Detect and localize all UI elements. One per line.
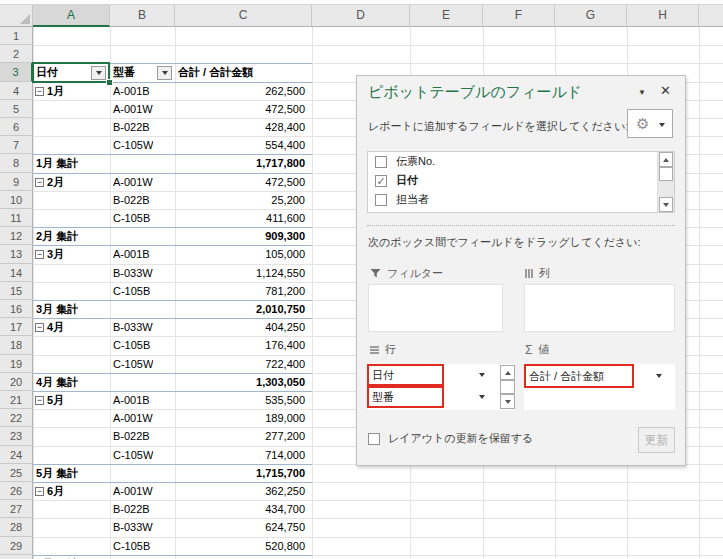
scrollbar-thumb[interactable]: [500, 380, 515, 394]
column-header-G[interactable]: G: [555, 5, 627, 27]
pivot-month-label[interactable]: −1月: [35, 82, 64, 100]
pivot-value-cell[interactable]: 105,000: [175, 245, 309, 263]
collapse-icon[interactable]: −: [35, 250, 44, 259]
field-checkbox[interactable]: ✓: [375, 175, 387, 187]
scroll-up-button[interactable]: [659, 152, 673, 167]
pivot-value-cell[interactable]: 1,715,700: [175, 464, 309, 482]
pivot-model-cell[interactable]: B-033W: [113, 518, 153, 536]
row-header-14[interactable]: 14: [0, 264, 33, 282]
scrollbar-thumb[interactable]: [659, 167, 673, 181]
pivot-value-cell[interactable]: 909,300: [175, 227, 309, 245]
pivot-model-cell[interactable]: B-022B: [113, 427, 150, 445]
pivot-model-cell[interactable]: A-001B: [113, 82, 150, 100]
row-header-5[interactable]: 5: [0, 100, 33, 118]
panel-options-icon[interactable]: ▼: [638, 88, 646, 97]
pivot-value-cell[interactable]: 362,250: [175, 482, 309, 500]
row-header-27[interactable]: 27: [0, 500, 33, 518]
row-header-2[interactable]: 2: [0, 45, 33, 63]
row-header-28[interactable]: 28: [0, 518, 33, 536]
pivot-model-cell[interactable]: B-022B: [113, 118, 150, 136]
field-checkbox[interactable]: [375, 194, 387, 206]
pivot-value-cell[interactable]: 25,200: [175, 191, 309, 209]
pivot-value-cell[interactable]: 624,750: [175, 518, 309, 536]
pivot-model-cell[interactable]: A-001W: [113, 409, 153, 427]
row-header-17[interactable]: 17: [0, 318, 33, 336]
pivot-value-cell[interactable]: 1,942,500: [175, 555, 309, 559]
area-field-日付[interactable]: 日付: [367, 364, 499, 386]
columns-drop-zone[interactable]: [524, 284, 675, 332]
pivot-model-cell[interactable]: B-033W: [113, 264, 153, 282]
pivot-model-cell[interactable]: C-105B: [113, 537, 150, 555]
pivot-value-cell[interactable]: 262,500: [175, 82, 309, 100]
pivot-model-cell[interactable]: B-033W: [113, 318, 153, 336]
row-header-21[interactable]: 21: [0, 391, 33, 409]
row-header-15[interactable]: 15: [0, 282, 33, 300]
pivot-model-cell[interactable]: C-105B: [113, 282, 150, 300]
collapse-icon[interactable]: −: [35, 87, 44, 96]
pivot-model-cell[interactable]: A-001W: [113, 173, 153, 191]
pivot-model-cell[interactable]: B-022B: [113, 500, 150, 518]
pivot-month-label[interactable]: −5月: [35, 391, 64, 409]
column-header-C[interactable]: C: [175, 5, 312, 27]
field-item-伝票No.[interactable]: 伝票No.: [368, 152, 674, 171]
pivot-value-cell[interactable]: 1,124,550: [175, 264, 309, 282]
row-header-9[interactable]: 9: [0, 173, 33, 191]
collapse-icon[interactable]: −: [35, 323, 44, 332]
pivot-model-cell[interactable]: A-001W: [113, 482, 153, 500]
column-header-D[interactable]: D: [312, 5, 410, 27]
column-header-partial[interactable]: [699, 5, 723, 27]
row-header-20[interactable]: 20: [0, 373, 33, 391]
pivot-model-cell[interactable]: C-105B: [113, 336, 150, 354]
row-header-16[interactable]: 16: [0, 300, 33, 318]
pivot-month-label[interactable]: −4月: [35, 318, 64, 336]
row-header-22[interactable]: 22: [0, 409, 33, 427]
field-checkbox[interactable]: [375, 156, 387, 168]
update-button[interactable]: 更新: [638, 427, 675, 453]
pivot-model-cell[interactable]: C-105W: [113, 136, 153, 154]
defer-layout-update[interactable]: レイアウトの更新を保留する: [368, 431, 533, 446]
row-header-4[interactable]: 4: [0, 82, 33, 100]
scroll-up-button[interactable]: [500, 365, 515, 380]
pivot-subtotal-label[interactable]: 1月 集計: [36, 154, 78, 172]
collapse-icon[interactable]: −: [35, 396, 44, 405]
filter-drop-zone[interactable]: [368, 284, 503, 332]
pivot-subtotal-label[interactable]: 3月 集計: [36, 300, 78, 318]
pivot-month-label[interactable]: −2月: [35, 173, 64, 191]
row-header-11[interactable]: 11: [0, 209, 33, 227]
row-header-24[interactable]: 24: [0, 446, 33, 464]
field-list-scrollbar[interactable]: [657, 152, 674, 212]
pivot-value-cell[interactable]: 722,400: [175, 355, 309, 373]
pivot-value-cell[interactable]: 404,250: [175, 318, 309, 336]
collapse-icon[interactable]: −: [35, 178, 44, 187]
pivot-value-cell[interactable]: 2,010,750: [175, 300, 309, 318]
date-filter-dropdown-button[interactable]: [91, 66, 106, 80]
close-icon[interactable]: ✕: [660, 83, 671, 98]
pivot-value-cell[interactable]: 411,600: [175, 209, 309, 227]
column-header-H[interactable]: H: [627, 5, 699, 27]
row-header-23[interactable]: 23: [0, 427, 33, 445]
pivot-value-cell[interactable]: 277,200: [175, 427, 309, 445]
pivot-value-cell[interactable]: 714,000: [175, 446, 309, 464]
column-header-E[interactable]: E: [410, 5, 483, 27]
pivot-value-cell[interactable]: 434,700: [175, 500, 309, 518]
pivot-value-cell[interactable]: 472,500: [175, 173, 309, 191]
pivot-value-cell[interactable]: 781,200: [175, 282, 309, 300]
column-header-B[interactable]: B: [110, 5, 175, 27]
row-header-25[interactable]: 25: [0, 464, 33, 482]
row-header-8[interactable]: 8: [0, 154, 33, 172]
pivot-model-cell[interactable]: C-105B: [113, 209, 150, 227]
column-header-F[interactable]: F: [483, 5, 555, 27]
area-field-合計 / 合計金額[interactable]: 合計 / 合計金額: [524, 364, 675, 388]
pivot-model-cell[interactable]: A-001B: [113, 245, 150, 263]
pivot-value-cell[interactable]: 428,400: [175, 118, 309, 136]
row-header-7[interactable]: 7: [0, 136, 33, 154]
pivot-model-cell[interactable]: B-022B: [113, 191, 150, 209]
row-header-10[interactable]: 10: [0, 191, 33, 209]
row-header-12[interactable]: 12: [0, 227, 33, 245]
row-header-18[interactable]: 18: [0, 336, 33, 354]
pivot-value-cell[interactable]: 189,000: [175, 409, 309, 427]
pivot-value-cell[interactable]: 520,800: [175, 537, 309, 555]
values-drop-zone[interactable]: 合計 / 合計金額: [524, 364, 675, 410]
pivot-value-cell[interactable]: 1,717,800: [175, 154, 309, 172]
pivot-model-cell[interactable]: A-001B: [113, 391, 150, 409]
